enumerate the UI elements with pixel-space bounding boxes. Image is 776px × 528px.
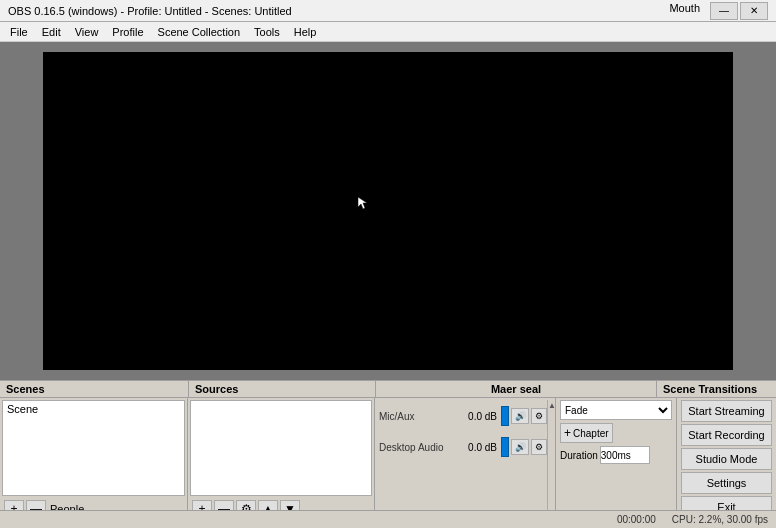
transition-type-select[interactable]: Fade Cut Swipe Slide: [560, 400, 672, 420]
mixer-scrollbar: ▲ ▼: [547, 400, 556, 518]
menubar: FileEditViewProfileScene CollectionTools…: [0, 22, 776, 42]
menu-item-help[interactable]: Help: [288, 24, 323, 40]
duration-row: Duration: [560, 446, 672, 464]
scenes-panel: Scene + — People: [0, 398, 188, 520]
cursor-icon: [358, 197, 370, 209]
channel-name-desktop: Desktop Audio: [379, 442, 449, 453]
scenes-header: Scenes: [0, 381, 188, 397]
status-time: 00:00:00: [617, 514, 656, 525]
preview-container: [0, 42, 776, 380]
studio-mode-button[interactable]: Studio Mode: [681, 448, 772, 470]
menu-item-scene-collection[interactable]: Scene Collection: [152, 24, 247, 40]
channel-name-mic: Mic/Aux: [379, 411, 449, 422]
menu-item-tools[interactable]: Tools: [248, 24, 286, 40]
start-recording-button[interactable]: Start Recording: [681, 424, 772, 446]
mouth-label: Mouth: [669, 2, 700, 20]
mixer-wrapper: Mic/Aux 0.0 dB 🔊 ⚙ Desktop Audio: [379, 400, 551, 518]
transition-type-row: Fade Cut Swipe Slide: [560, 400, 672, 420]
volume-slider-mic[interactable]: [501, 406, 509, 426]
status-cpu: CPU: 2.2%, 30.00 fps: [672, 514, 768, 525]
scroll-up-arrow[interactable]: ▲: [548, 401, 556, 410]
channel-controls-desktop: 🔊 ⚙: [501, 437, 547, 457]
window-controls: Mouth — ✕: [669, 2, 768, 20]
start-streaming-button[interactable]: Start Streaming: [681, 400, 772, 422]
channel-controls-mic: 🔊 ⚙: [501, 406, 547, 426]
mixer-header: Maer seal: [375, 381, 656, 397]
scenes-list: Scene: [2, 400, 185, 496]
mixer-panel: Mic/Aux 0.0 dB 🔊 ⚙ Desktop Audio: [375, 398, 556, 520]
volume-slider-desktop[interactable]: [501, 437, 509, 457]
settings-button[interactable]: Settings: [681, 472, 772, 494]
menu-item-file[interactable]: File: [4, 24, 34, 40]
section-headers: Scenes Sources Maer seal Scene Transitio…: [0, 381, 776, 398]
main-content: Scene + — People + — ⚙ ▲ ▼: [0, 398, 776, 520]
chapter-row: + Chapter: [560, 423, 672, 443]
statusbar: 00:00:00 CPU: 2.2%, 30.00 fps: [0, 510, 776, 528]
menu-item-view[interactable]: View: [69, 24, 105, 40]
mute-button-mic[interactable]: 🔊: [511, 408, 529, 424]
preview-canvas: [43, 52, 733, 370]
right-buttons-panel: Start Streaming Start Recording Studio M…: [676, 398, 776, 520]
mixer-channel-mic: Mic/Aux 0.0 dB 🔊 ⚙: [379, 402, 547, 430]
channel-settings-mic[interactable]: ⚙: [531, 408, 547, 424]
chapter-label: Chapter: [573, 428, 609, 439]
bottom-panel: Scenes Sources Maer seal Scene Transitio…: [0, 380, 776, 510]
channel-db-desktop: 0.0 dB: [457, 442, 497, 453]
menu-item-edit[interactable]: Edit: [36, 24, 67, 40]
mixer-channel-desktop: Desktop Audio 0.0 dB 🔊 ⚙: [379, 433, 547, 461]
sources-header: Sources: [188, 381, 375, 397]
mixer-channels: Mic/Aux 0.0 dB 🔊 ⚙ Desktop Audio: [379, 400, 547, 518]
duration-input[interactable]: [600, 446, 650, 464]
menu-item-profile[interactable]: Profile: [106, 24, 149, 40]
add-chapter-button[interactable]: + Chapter: [560, 423, 613, 443]
mute-button-desktop[interactable]: 🔊: [511, 439, 529, 455]
channel-settings-desktop[interactable]: ⚙: [531, 439, 547, 455]
scene-item[interactable]: Scene: [3, 401, 184, 417]
plus-icon: +: [564, 426, 571, 440]
titlebar: OBS 0.16.5 (windows) - Profile: Untitled…: [0, 0, 776, 22]
mixer-scrollbar-track: ▲ ▼: [548, 400, 556, 518]
minimize-button[interactable]: —: [710, 2, 738, 20]
sources-list: [190, 400, 372, 496]
sources-panel: + — ⚙ ▲ ▼: [188, 398, 375, 520]
transitions-panel: Fade Cut Swipe Slide + Chapter Duration: [556, 398, 676, 520]
close-button[interactable]: ✕: [740, 2, 768, 20]
duration-label: Duration: [560, 450, 598, 461]
window-title: OBS 0.16.5 (windows) - Profile: Untitled…: [8, 5, 292, 17]
channel-db-mic: 0.0 dB: [457, 411, 497, 422]
transitions-header: Scene Transitions: [656, 381, 776, 397]
svg-marker-0: [358, 197, 367, 209]
